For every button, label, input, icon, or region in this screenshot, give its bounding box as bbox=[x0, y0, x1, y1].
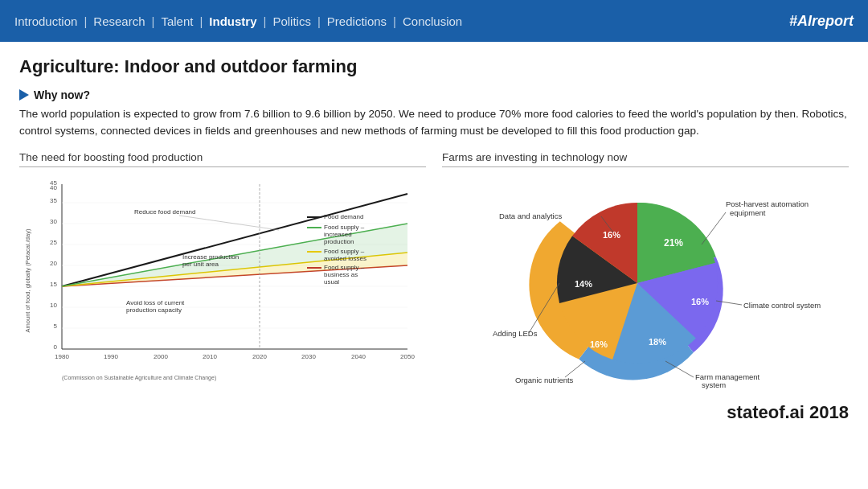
svg-rect-38 bbox=[307, 216, 321, 218]
nav-item-industry[interactable]: Industry bbox=[209, 14, 256, 28]
svg-text:30: 30 bbox=[50, 218, 57, 225]
pct-label-3: 18% bbox=[649, 337, 666, 347]
pie-label-2: Post-harvest automation bbox=[726, 199, 809, 208]
svg-text:1990: 1990 bbox=[104, 353, 118, 360]
svg-text:10: 10 bbox=[50, 302, 57, 309]
line-chart-title: The need for boosting food production bbox=[19, 151, 426, 167]
nav-item-politics[interactable]: Politics bbox=[272, 14, 311, 28]
svg-text:production capacity: production capacity bbox=[126, 306, 182, 314]
svg-rect-46 bbox=[307, 251, 321, 253]
pct-label-2: 16% bbox=[691, 297, 709, 306]
pie-chart-title: Farms are investing in technology now bbox=[442, 151, 849, 167]
pct-label-6: 16% bbox=[603, 230, 620, 240]
svg-text:Food supply –: Food supply – bbox=[324, 248, 365, 255]
svg-line-57 bbox=[702, 212, 726, 244]
why-now-label: Why now? bbox=[34, 88, 90, 101]
nav-item-introduction[interactable]: Introduction bbox=[14, 14, 77, 28]
svg-rect-49 bbox=[307, 267, 321, 269]
pie-label-1: Data and analytics bbox=[499, 212, 562, 220]
nav-sep-2: | bbox=[152, 14, 155, 28]
svg-text:system: system bbox=[702, 380, 726, 389]
svg-text:5: 5 bbox=[54, 323, 58, 330]
pct-label-1: 21% bbox=[664, 237, 683, 249]
hashtag-label: #AIreport bbox=[789, 13, 854, 30]
nav-items: Introduction | Research | Talent | Indus… bbox=[14, 14, 462, 28]
nav-sep-4: | bbox=[264, 14, 267, 28]
svg-text:20: 20 bbox=[50, 260, 57, 267]
pie-label-5: Organic nutrients bbox=[515, 376, 574, 384]
page-title: Agriculture: Indoor and outdoor farming bbox=[19, 56, 849, 77]
pie-chart-container: Farms are investing in technology now bbox=[442, 151, 849, 389]
svg-text:35: 35 bbox=[50, 197, 57, 204]
footer-brand: stateof.ai 2018 bbox=[727, 402, 849, 423]
why-now-header: Why now? bbox=[19, 88, 849, 101]
svg-text:equipment: equipment bbox=[730, 208, 766, 217]
svg-text:increased: increased bbox=[324, 231, 352, 238]
svg-text:2050: 2050 bbox=[400, 353, 415, 360]
svg-text:1980: 1980 bbox=[55, 353, 69, 360]
svg-text:2040: 2040 bbox=[351, 353, 366, 360]
svg-text:Avoid loss of current: Avoid loss of current bbox=[126, 299, 185, 306]
nav-sep-1: | bbox=[84, 14, 87, 28]
why-now-section: Why now? The world population is expecte… bbox=[19, 88, 849, 140]
pct-label-5: 14% bbox=[575, 279, 592, 289]
nav-item-research[interactable]: Research bbox=[93, 14, 145, 28]
pct-label-4: 16% bbox=[590, 339, 608, 349]
svg-text:avoided losses: avoided losses bbox=[324, 255, 366, 262]
top-navigation: Introduction | Research | Talent | Indus… bbox=[0, 0, 868, 42]
svg-text:25: 25 bbox=[50, 239, 57, 246]
nav-sep-5: | bbox=[317, 14, 321, 28]
nav-sep-6: | bbox=[393, 14, 396, 28]
svg-text:0: 0 bbox=[54, 343, 58, 351]
why-now-text: The world population is expected to grow… bbox=[19, 106, 847, 140]
svg-text:2000: 2000 bbox=[154, 353, 168, 360]
pie-label-3: Climate control system bbox=[743, 301, 821, 310]
svg-text:45: 45 bbox=[50, 179, 57, 187]
svg-text:production: production bbox=[324, 238, 354, 245]
svg-text:2020: 2020 bbox=[252, 353, 267, 360]
svg-text:2010: 2010 bbox=[203, 353, 217, 360]
nav-item-talent[interactable]: Talent bbox=[161, 14, 193, 28]
triangle-icon bbox=[19, 89, 29, 101]
svg-text:per unit area: per unit area bbox=[182, 261, 219, 268]
svg-text:business as: business as bbox=[324, 271, 358, 278]
svg-text:(Commission on Sustainable Agr: (Commission on Sustainable Agriculture a… bbox=[62, 375, 216, 381]
nav-item-predictions[interactable]: Predictions bbox=[327, 14, 387, 28]
svg-line-62 bbox=[565, 361, 585, 377]
main-content: Agriculture: Indoor and outdoor farming … bbox=[0, 42, 868, 397]
svg-line-37 bbox=[179, 216, 279, 230]
line-chart-container: The need for boosting food production Am… bbox=[19, 151, 426, 389]
svg-text:Food supply –: Food supply – bbox=[324, 264, 365, 271]
svg-rect-40 bbox=[307, 227, 321, 228]
line-chart-wrapper: Amount of food, globally (Petacal./day) … bbox=[19, 172, 426, 389]
svg-text:2030: 2030 bbox=[301, 353, 316, 360]
svg-text:15: 15 bbox=[50, 281, 57, 288]
svg-text:Food demand: Food demand bbox=[324, 213, 363, 220]
nav-item-conclusion[interactable]: Conclusion bbox=[403, 14, 462, 28]
svg-text:usual: usual bbox=[324, 278, 339, 286]
pie-chart-svg: 21% 16% 18% 16% 14% 16% Data and analyti… bbox=[452, 172, 838, 389]
svg-text:Reduce food demand: Reduce food demand bbox=[134, 208, 196, 216]
footer: stateof.ai 2018 bbox=[0, 397, 868, 426]
line-chart-svg: Amount of food, globally (Petacal./day) … bbox=[19, 172, 426, 389]
charts-row: The need for boosting food production Am… bbox=[19, 151, 849, 389]
nav-sep-3: | bbox=[199, 14, 203, 28]
svg-text:Food supply –: Food supply – bbox=[324, 224, 365, 231]
svg-text:Increase production: Increase production bbox=[182, 253, 239, 261]
pie-chart-wrapper: 21% 16% 18% 16% 14% 16% Data and analyti… bbox=[442, 172, 849, 389]
pie-label-6: Adding LEDs bbox=[493, 329, 538, 338]
svg-text:Amount of food, globally (Peta: Amount of food, globally (Petacal./day) bbox=[24, 228, 31, 332]
